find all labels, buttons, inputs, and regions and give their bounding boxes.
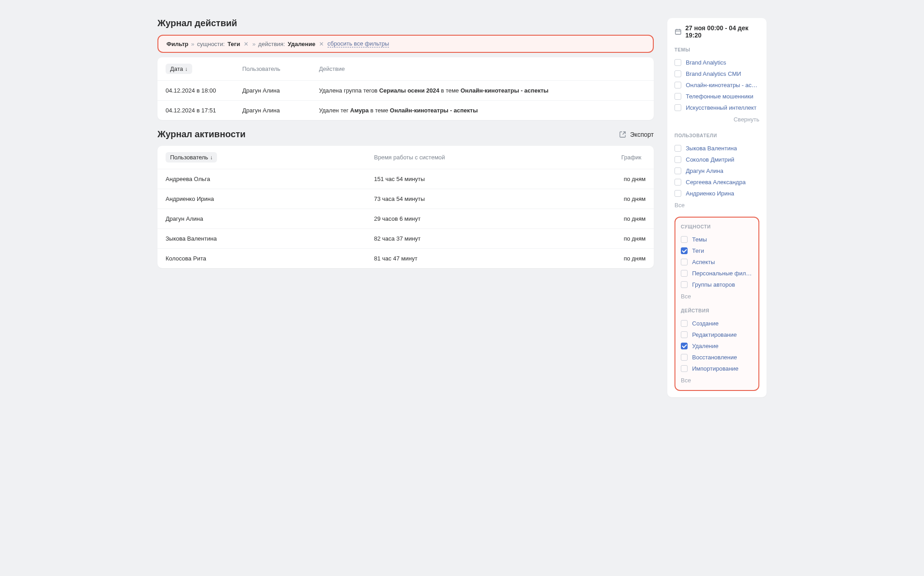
cell-user: Зыкова Валентина <box>157 229 366 249</box>
by-days-link[interactable]: по дням <box>613 249 654 269</box>
sidebar-all-link[interactable]: Все <box>675 202 759 209</box>
cell-action: Удалена группа тегов Сериалы осени 2024 … <box>311 81 654 101</box>
checkbox[interactable] <box>681 365 688 372</box>
export-button[interactable]: Экспорт <box>619 131 654 138</box>
checkbox-label: Онлайн-кинотеатры - аспе... <box>686 82 759 88</box>
sort-arrow-icon: ↓ <box>210 154 213 161</box>
activity-sort-user[interactable]: Пользователь ↓ <box>166 152 217 163</box>
checkbox-row[interactable]: Темы <box>681 234 753 245</box>
checkbox-row[interactable]: Brand Analytics <box>675 57 759 68</box>
checkbox[interactable] <box>675 82 681 88</box>
table-row: Колосова Рита81 час 47 минутпо дням <box>157 249 654 269</box>
filter-entities-remove[interactable]: ✕ <box>243 41 249 47</box>
checkbox[interactable] <box>681 247 688 254</box>
sidebar-group-title: ТЕМЫ <box>675 47 759 52</box>
actions-sort-date[interactable]: Дата ↓ <box>166 64 192 74</box>
checkbox-row[interactable]: Персональные фильтры <box>681 268 753 279</box>
checkbox-label: Андриенко Ирина <box>686 190 734 197</box>
checkbox-row[interactable]: Соколов Дмитрий <box>675 154 759 165</box>
checkbox[interactable] <box>675 104 681 111</box>
by-days-link[interactable]: по дням <box>613 169 654 189</box>
sidebar-collapse-link[interactable]: Свернуть <box>675 116 759 123</box>
export-icon <box>619 131 626 138</box>
activity-header-chart[interactable]: График <box>613 146 654 169</box>
cell-user: Колосова Рита <box>157 249 366 269</box>
filter-actions-value: Удаление <box>288 41 315 47</box>
sidebar-all-link[interactable]: Все <box>681 293 753 300</box>
checkbox-label: Восстановление <box>692 354 737 361</box>
checkbox-row[interactable]: Сергеева Александра <box>675 177 759 188</box>
table-row: Зыкова Валентина82 часа 37 минутпо дням <box>157 229 654 249</box>
checkbox-row[interactable]: Редактирование <box>681 329 753 340</box>
checkbox[interactable] <box>675 93 681 100</box>
checkbox-label: Редактирование <box>692 331 737 338</box>
sidebar-group-title: ДЕЙСТВИЯ <box>681 308 753 313</box>
table-row: Драгун Алина29 часов 6 минутпо дням <box>157 209 654 229</box>
checkbox[interactable] <box>681 320 688 327</box>
checkbox-label: Brand Analytics СМИ <box>686 70 741 77</box>
cell-time: 73 часа 54 минуты <box>366 189 613 209</box>
filter-actions-remove[interactable]: ✕ <box>318 41 325 47</box>
checkbox-row[interactable]: Андриенко Ирина <box>675 188 759 199</box>
checkbox-row[interactable]: Искусственный интеллект <box>675 102 759 113</box>
by-days-link[interactable]: по дням <box>613 229 654 249</box>
checkbox[interactable] <box>681 354 688 361</box>
sidebar-all-link[interactable]: Все <box>681 377 753 384</box>
checkbox[interactable] <box>681 259 688 265</box>
checkbox-row[interactable]: Группы авторов <box>681 279 753 290</box>
checkbox-row[interactable]: Импортирование <box>681 363 753 374</box>
checkbox-row[interactable]: Восстановление <box>681 352 753 363</box>
table-row: 04.12.2024 в 18:00Драгун АлинаУдалена гр… <box>157 81 654 101</box>
checkbox-label: Создание <box>692 320 719 327</box>
activity-header-time[interactable]: Время работы с системой <box>366 146 613 169</box>
checkbox[interactable] <box>681 281 688 288</box>
actions-table-card: Дата ↓ Пользователь Действие 04.12.2024 … <box>157 57 654 120</box>
checkbox[interactable] <box>681 270 688 277</box>
checkbox-label: Сергеева Александра <box>686 179 746 186</box>
calendar-icon <box>675 28 682 35</box>
cell-time: 151 час 54 минуты <box>366 169 613 189</box>
actions-header-action[interactable]: Действие <box>311 57 654 81</box>
checkbox-row[interactable]: Brand Analytics СМИ <box>675 68 759 79</box>
activity-log-title: Журнал активности <box>157 129 245 139</box>
filter-reset-link[interactable]: сбросить все фильтры <box>328 40 389 47</box>
by-days-link[interactable]: по дням <box>613 209 654 229</box>
cell-time: 29 часов 6 минут <box>366 209 613 229</box>
by-days-link[interactable]: по дням <box>613 189 654 209</box>
checkbox[interactable] <box>675 59 681 66</box>
table-row: 04.12.2024 в 17:51Драгун АлинаУдален тег… <box>157 101 654 121</box>
sidebar-highlight-panel: СУЩНОСТИ ТемыТегиАспектыПерсональные фил… <box>675 217 759 391</box>
checkbox[interactable] <box>675 167 681 174</box>
checkbox[interactable] <box>675 179 681 186</box>
checkbox-label: Соколов Дмитрий <box>686 156 735 163</box>
table-row: Андреева Ольга151 час 54 минутыпо дням <box>157 169 654 189</box>
checkbox[interactable] <box>675 145 681 152</box>
checkbox-row[interactable]: Удаление <box>681 340 753 352</box>
cell-user: Андриенко Ирина <box>157 189 366 209</box>
checkbox[interactable] <box>681 236 688 243</box>
checkbox-row[interactable]: Создание <box>681 318 753 329</box>
checkbox-label: Персональные фильтры <box>692 270 753 277</box>
checkbox[interactable] <box>681 331 688 338</box>
checkbox-row[interactable]: Драгун Алина <box>675 165 759 177</box>
checkbox[interactable] <box>675 70 681 77</box>
checkbox[interactable] <box>675 190 681 197</box>
cell-user: Драгун Алина <box>157 209 366 229</box>
checkbox-row[interactable]: Теги <box>681 245 753 256</box>
checkbox[interactable] <box>675 156 681 163</box>
checkbox-row[interactable]: Онлайн-кинотеатры - аспе... <box>675 79 759 91</box>
checkbox[interactable] <box>681 343 688 349</box>
sidebar-group-themes: ТЕМЫ Brand AnalyticsBrand Analytics СМИО… <box>675 45 759 125</box>
checkbox-label: Brand Analytics <box>686 59 726 66</box>
date-range-picker[interactable]: 27 ноя 00:00 - 04 дек 19:20 <box>675 24 759 39</box>
actions-header-user[interactable]: Пользователь <box>234 57 311 81</box>
filter-chevron: » <box>191 41 194 47</box>
checkbox-label: Группы авторов <box>692 281 735 288</box>
checkbox-row[interactable]: Аспекты <box>681 256 753 268</box>
checkbox-row[interactable]: Зыкова Валентина <box>675 143 759 154</box>
cell-user: Драгун Алина <box>234 81 311 101</box>
cell-time: 81 час 47 минут <box>366 249 613 269</box>
cell-user: Драгун Алина <box>234 101 311 121</box>
checkbox-row[interactable]: Телефонные мошенники <box>675 91 759 102</box>
table-row: Андриенко Ирина73 часа 54 минутыпо дням <box>157 189 654 209</box>
